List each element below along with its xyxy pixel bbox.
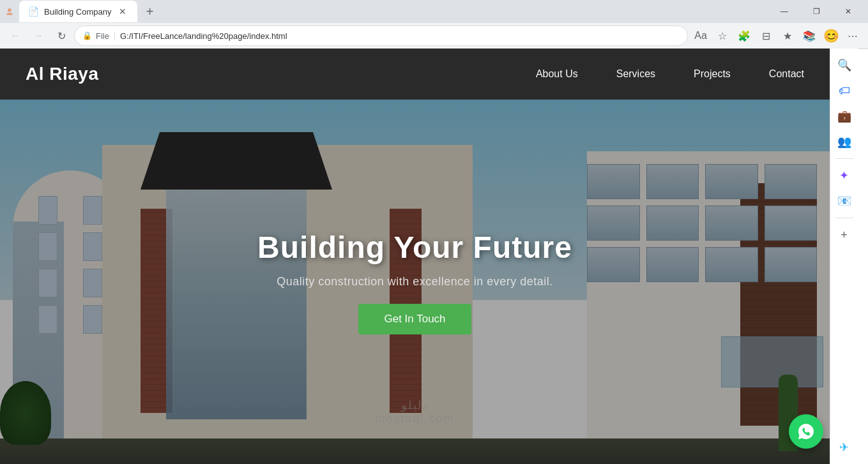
lock-icon: 🔒 (82, 31, 92, 40)
window-controls: — ❐ ✕ (770, 2, 863, 21)
url-text: G:/ITI/FreeLance/landing%20page/index.ht… (120, 31, 287, 41)
tab-page-icon: 📄 (28, 6, 39, 17)
svg-point-0 (8, 8, 11, 12)
sidebar-people-icon[interactable]: 👥 (833, 130, 856, 153)
title-bar: 📄 Building Company ✕ + — ❐ ✕ (0, 0, 868, 23)
sidebar-copilot-icon[interactable]: ✦ (833, 164, 856, 187)
sidebar-outlook-icon[interactable]: 📧 (833, 190, 856, 213)
website-container: Al Riaya About Us Services Projects Cont… (0, 49, 830, 464)
sidebar-search-icon[interactable]: 🔍 (833, 54, 856, 77)
reading-view-icon[interactable]: Aa (690, 26, 711, 46)
collections-icon[interactable]: 📚 (799, 26, 819, 46)
sidebar-divider-1 (835, 158, 853, 159)
profile-icon[interactable]: 😊 (821, 26, 841, 46)
sidebar-briefcase-icon[interactable]: 💼 (833, 105, 856, 128)
site-nav: Al Riaya About Us Services Projects Cont… (0, 49, 830, 100)
browser-tab-active[interactable]: 📄 Building Company ✕ (19, 1, 137, 22)
refresh-button[interactable]: ↻ (51, 26, 72, 46)
bookmark-icon[interactable]: ☆ (712, 26, 733, 46)
hero-cta-button[interactable]: Get In Touch (358, 304, 471, 334)
split-screen-icon[interactable]: ⊟ (756, 26, 776, 46)
site-nav-links: About Us Services Projects Contact (536, 68, 804, 80)
hero-title: Building Your Future (257, 230, 572, 265)
edge-sidebar: 🔍 🏷 💼 👥 ✦ 📧 + ✈ (830, 49, 858, 464)
whatsapp-fab[interactable] (789, 414, 823, 449)
nav-services[interactable]: Services (616, 68, 655, 80)
nav-projects[interactable]: Projects (694, 68, 731, 80)
restore-button[interactable]: ❐ (802, 2, 831, 21)
address-bar[interactable]: 🔒 File G:/ITI/FreeLance/landing%20page/i… (74, 26, 688, 46)
tab-title: Building Company (44, 7, 112, 17)
profile-icon[interactable] (5, 7, 14, 16)
file-label: File (96, 31, 115, 41)
hero-overlay: Building Your Future Quality constructio… (0, 100, 830, 464)
sidebar-plus-icon[interactable]: + (833, 223, 856, 246)
extensions-icon[interactable]: 🧩 (734, 26, 754, 46)
favorites-bar-icon[interactable]: ★ (777, 26, 798, 46)
forward-button[interactable]: → (28, 26, 49, 46)
toolbar-icons: Aa ☆ 🧩 ⊟ ★ 📚 😊 ⋯ (690, 26, 863, 46)
nav-contact[interactable]: Contact (769, 68, 804, 80)
hero-subtitle: Quality construction with excellence in … (277, 275, 553, 288)
close-button[interactable]: ✕ (834, 2, 863, 21)
sidebar-divider-2 (835, 218, 853, 218)
nav-about-us[interactable]: About Us (536, 68, 578, 80)
menu-icon[interactable]: ⋯ (842, 26, 863, 46)
minimize-button[interactable]: — (770, 2, 799, 21)
new-tab-button[interactable]: + (140, 1, 160, 22)
tab-close-button[interactable]: ✕ (117, 6, 128, 17)
traffic-lights (5, 7, 14, 16)
address-bar-row: ← → ↻ 🔒 File G:/ITI/FreeLance/landing%20… (0, 23, 868, 49)
sidebar-tag-icon[interactable]: 🏷 (833, 79, 856, 102)
sidebar-send-icon[interactable]: ✈ (833, 436, 856, 459)
site-logo[interactable]: Al Riaya (26, 64, 99, 84)
back-button[interactable]: ← (5, 26, 26, 46)
hero-section: Building Your Future Quality constructio… (0, 100, 830, 464)
